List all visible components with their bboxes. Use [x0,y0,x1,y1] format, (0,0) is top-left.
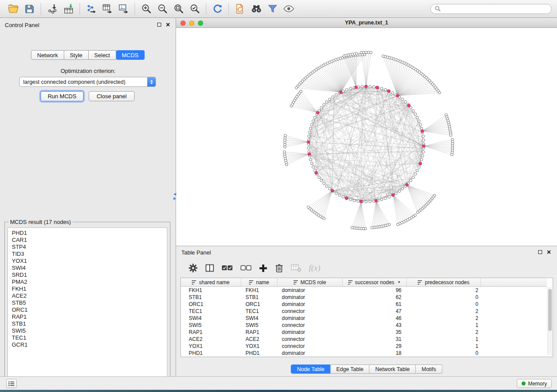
search-input[interactable] [443,6,547,12]
mcds-result-item[interactable]: YOX1 [8,258,167,265]
table-row[interactable]: FKH1FKH1dominator962 [181,287,547,294]
graph-node[interactable] [329,187,331,190]
graph-node[interactable] [342,196,344,198]
graph-dominator-node[interactable] [408,104,411,107]
table-row[interactable]: YOX1YOX1connector291 [181,343,547,350]
table-row[interactable]: PHD1PHD1dominator180 [181,350,547,357]
graph-node[interactable] [307,147,310,149]
mcds-result-item[interactable]: RAP1 [8,313,167,320]
graph-dominator-node[interactable] [396,94,399,97]
graph-node[interactable] [346,89,348,91]
criterion-select[interactable]: largest connected component (undirected) [19,77,156,87]
mcds-result-list[interactable]: PHD1CAR1STP4TID3YOX1SWI4SRD1PMA2FKH1ACE2… [7,227,167,381]
close-panel-icon[interactable]: × [166,22,170,27]
graph-leaf-node[interactable] [355,52,358,55]
graph-leaf-node[interactable] [450,134,452,137]
table-row[interactable]: TEC1TEC1connector472 [181,308,547,315]
graph-node[interactable] [418,120,420,122]
import-table-button[interactable] [60,2,76,16]
graph-node[interactable] [401,98,404,101]
tab-select[interactable]: Select [89,50,116,60]
graph-node[interactable] [398,190,401,193]
graph-dominator-node[interactable] [419,162,422,165]
tab-network-table[interactable]: Network Table [370,364,416,374]
open-file-button[interactable] [5,2,21,16]
graph-node[interactable] [414,173,417,175]
run-mcds-button[interactable]: Run MCDS [41,91,83,101]
graph-node[interactable] [361,85,363,88]
graph-node[interactable] [308,131,311,134]
graph-node[interactable] [325,101,328,103]
column-header-shared-name[interactable]: shared name [181,278,241,286]
mcds-result-item[interactable]: ORC1 [8,306,167,313]
graph-node[interactable] [335,192,337,195]
table-scrollbar[interactable] [547,287,552,355]
column-header-name[interactable]: name [241,278,277,286]
graph-dominator-node[interactable] [345,197,348,200]
graph-dominator-node[interactable] [365,85,368,88]
graph-leaf-node[interactable] [438,91,441,94]
zoom-in-button[interactable] [138,2,154,16]
close-panel-icon[interactable]: × [547,250,551,254]
graph-leaf-node[interactable] [307,206,310,209]
graph-node[interactable] [420,127,423,130]
graph-node[interactable] [353,199,356,202]
graph-node[interactable] [369,85,371,88]
graph-node[interactable] [416,169,419,172]
graph-leaf-node[interactable] [370,227,373,229]
graph-node[interactable] [422,135,425,138]
export-image-button[interactable] [115,2,131,16]
table-row[interactable]: STB1STB1dominator620 [181,294,547,301]
graph-leaf-node[interactable] [370,51,372,54]
refresh-button[interactable] [209,2,225,16]
mcds-result-item[interactable]: TID3 [8,251,167,258]
splitter-collapse-control[interactable]: ◀ ▶ [173,193,176,200]
tab-network[interactable]: Network [31,50,64,60]
graph-node[interactable] [325,185,328,188]
mcds-result-item[interactable]: TEC1 [8,334,167,341]
zoom-out-button[interactable] [154,2,170,16]
zoom-fit-button[interactable] [170,2,187,16]
graph-node[interactable] [349,198,352,201]
graph-node[interactable] [381,198,383,201]
graph-node[interactable] [381,87,383,90]
graph-dominator-node[interactable] [315,172,318,175]
export-network-button[interactable] [83,2,99,16]
graph-node[interactable] [309,158,312,161]
graph-node[interactable] [312,166,315,168]
graph-leaf-node[interactable] [351,226,353,229]
graph-node[interactable] [384,197,387,199]
share-document-button[interactable] [232,2,248,16]
float-panel-icon[interactable] [538,250,542,254]
scrollbar-thumb[interactable] [548,289,552,331]
table-row[interactable]: ORC1ORC1dominator610 [181,301,547,308]
select-stepper-icon[interactable] [147,77,156,86]
zoom-selected-button[interactable] [187,2,203,16]
column-header-mcds-role[interactable]: MCDS role [277,278,343,286]
graph-node[interactable] [308,135,310,138]
show-columns-button[interactable] [205,264,214,272]
collapse-right-icon[interactable]: ▶ [173,197,176,200]
graph-leaf-node[interactable] [416,211,419,214]
graph-node[interactable] [401,187,404,190]
graph-node[interactable] [311,162,313,165]
mcds-result-item[interactable]: PHD1 [8,230,167,237]
graph-node[interactable] [309,127,312,130]
select-all-button[interactable] [221,265,233,272]
mcds-result-item[interactable]: SWI5 [8,327,167,334]
network-canvas[interactable] [176,28,557,246]
graph-dominator-node[interactable] [339,91,343,94]
graph-node[interactable] [323,103,325,106]
mcds-result-item[interactable]: PMA2 [8,279,167,285]
tab-motifs[interactable]: Motifs [416,364,442,374]
column-header-successor-nodes[interactable]: successor nodes ▼ [343,278,407,286]
collapse-left-icon[interactable]: ◀ [173,193,176,196]
graph-node[interactable] [357,200,360,203]
graph-node[interactable] [312,120,315,122]
graph-node[interactable] [388,196,391,198]
table-settings-button[interactable] [188,263,198,273]
graph-dominator-node[interactable] [392,193,395,196]
graph-dominator-node[interactable] [422,144,426,148]
export-table-button[interactable] [99,2,115,16]
graph-node[interactable] [414,113,417,115]
